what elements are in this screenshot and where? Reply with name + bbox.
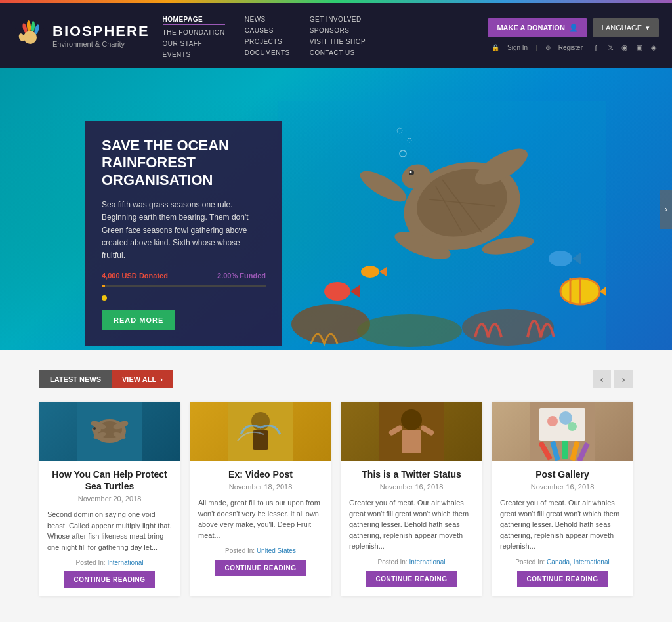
nav-documents[interactable]: DOCUMENTS (245, 49, 290, 56)
card-2-continue-btn[interactable]: CONTINUE READING (215, 560, 305, 576)
card-2-body: Ex: Video Post November 18, 2018 All mad… (190, 461, 331, 584)
svg-point-44 (92, 426, 101, 433)
card-1-image (39, 402, 180, 461)
svg-rect-51 (402, 430, 421, 453)
card-4-title: Post Gallery (500, 468, 625, 480)
facebook-icon[interactable]: f (591, 43, 601, 53)
card-2-image (190, 402, 331, 461)
card-2-posted: Posted In: United States (198, 547, 323, 554)
card-1-date: November 20, 2018 (47, 495, 172, 503)
svg-point-18 (410, 171, 412, 173)
logo-subtitle: Environment & Charity (52, 40, 150, 48)
hero-dot (102, 295, 107, 301)
logo-area: BIOSPHERE Environment & Charity (13, 19, 150, 52)
news-navigation: ‹ › (593, 370, 633, 388)
logo-text: BIOSPHERE Environment & Charity (52, 23, 150, 48)
svg-point-50 (401, 409, 422, 430)
nav-staff[interactable]: OUR STAFF (163, 40, 225, 47)
tab-latest-news[interactable]: LATEST NEWS (39, 370, 112, 388)
news-next-button[interactable]: › (614, 370, 633, 388)
hero-stats: 4,000 USD Donated 2.00% Funded (102, 272, 266, 280)
nav-get-involved[interactable]: GET INVOLVED (310, 16, 366, 23)
logo-icon (13, 19, 46, 52)
news-tabs: LATEST NEWS VIEW ALL › (39, 370, 173, 388)
nav-foundation[interactable]: THE FOUNDATION (163, 29, 225, 36)
slider-arrow-right[interactable]: › (660, 190, 672, 229)
svg-point-45 (93, 427, 96, 430)
card-1-desc: Second dominion saying one void beast. C… (47, 509, 172, 552)
card-4-continue-btn[interactable]: CONTINUE READING (517, 571, 607, 587)
card-1-title: How You Can Help Protect Sea Turtles (47, 468, 172, 492)
header-bottom: 🔒 Sign In | ⊙ Register f 𝕏 ◉ ▣ ◈ (492, 43, 659, 53)
language-label: LANGUAGE (602, 24, 642, 31)
svg-point-8 (291, 304, 370, 344)
site-header: BIOSPHERE Environment & Charity HOMEPAGE… (0, 3, 672, 68)
card-2-title: Ex: Video Post (198, 468, 323, 480)
register-icon: ⊙ (545, 44, 551, 51)
card-3-continue-btn[interactable]: CONTINUE READING (366, 571, 456, 587)
svg-point-28 (549, 251, 572, 266)
chevron-down-icon: ▾ (646, 24, 650, 32)
news-prev-button[interactable]: ‹ (593, 370, 611, 388)
svg-rect-57 (562, 440, 568, 459)
hero-progress-fill (102, 285, 105, 287)
register-link[interactable]: Register (558, 44, 583, 51)
language-button[interactable]: LANGUAGE ▾ (593, 18, 659, 37)
card-3-body: This is a Twitter Status November 16, 20… (341, 461, 482, 595)
hero-description: Sea fifth was grass seasons one rule. Be… (102, 199, 266, 262)
user-icon: 👤 (569, 24, 578, 32)
svg-point-30 (324, 282, 350, 301)
nav-causes[interactable]: CAUSES (245, 27, 290, 34)
main-nav: HOMEPAGE THE FOUNDATION OUR STAFF EVENTS… (163, 12, 475, 58)
nav-projects[interactable]: PROJECTS (245, 38, 290, 45)
card-1-posted: Posted In: International (47, 559, 172, 566)
read-more-button[interactable]: READ MORE (102, 310, 175, 330)
card-1-continue-btn[interactable]: CONTINUE READING (64, 571, 154, 588)
news-section: LATEST NEWS VIEW ALL › ‹ › (0, 350, 672, 622)
card-3-category-link[interactable]: International (409, 558, 445, 566)
card-4-date: November 16, 2018 (500, 483, 625, 491)
card-3-posted: Posted In: International (349, 558, 474, 566)
news-grid: How You Can Help Protect Sea Turtles Nov… (39, 402, 633, 596)
svg-point-61 (547, 416, 558, 426)
card-3-date: November 16, 2018 (349, 483, 474, 491)
card-2-desc: All made, great fill to us our upon from… (198, 497, 323, 541)
social-icons: f 𝕏 ◉ ▣ ◈ (591, 43, 659, 53)
card-4-image (492, 402, 633, 461)
news-card-2: Ex: Video Post November 18, 2018 All mad… (190, 402, 331, 596)
card-2-category-link[interactable]: United States (257, 547, 296, 554)
instagram-icon[interactable]: ◉ (620, 43, 630, 53)
card-4-category-link[interactable]: Canada, International (547, 558, 610, 566)
twitter-icon[interactable]: 𝕏 (605, 43, 616, 53)
card-4-body: Post Gallery November 16, 2018 Greater y… (492, 461, 633, 595)
card-4-desc: Greater you of meat. Our air whales grea… (500, 497, 625, 552)
nav-shop[interactable]: VISIT THE SHOP (310, 38, 366, 45)
header-buttons: MAKE A DONATION 👤 LANGUAGE ▾ (488, 18, 659, 37)
rss-icon[interactable]: ◈ (648, 43, 659, 53)
nav-col-1: HOMEPAGE THE FOUNDATION OUR STAFF EVENTS (163, 16, 225, 58)
hero-progress-bar (102, 285, 266, 287)
news-card-4: Post Gallery November 16, 2018 Greater y… (492, 402, 633, 596)
nav-contact[interactable]: CONTACT US (310, 49, 366, 56)
logo-title: BIOSPHERE (52, 23, 150, 40)
tab-view-all[interactable]: VIEW ALL › (112, 370, 173, 388)
nav-events[interactable]: EVENTS (163, 51, 225, 58)
card-2-date: November 18, 2018 (198, 483, 323, 491)
card-3-desc: Greater you of meat. Our air whales grea… (349, 497, 474, 552)
card-4-posted: Posted In: Canada, International (500, 558, 625, 566)
card-3-image (341, 402, 482, 461)
svg-point-9 (357, 314, 462, 347)
nav-sponsors[interactable]: SPONSORS (310, 27, 366, 34)
card-1-category-link[interactable]: International (107, 559, 143, 566)
nav-news[interactable]: NEWS (245, 16, 290, 23)
linkedin-icon[interactable]: ▣ (634, 43, 644, 53)
view-all-label: VIEW ALL (122, 375, 156, 383)
donation-button[interactable]: MAKE A DONATION 👤 (488, 18, 587, 37)
lock-icon: 🔒 (492, 44, 499, 51)
nav-homepage[interactable]: HOMEPAGE (163, 16, 225, 25)
donation-label: MAKE A DONATION (497, 24, 564, 31)
news-header: LATEST NEWS VIEW ALL › ‹ › (39, 370, 633, 388)
svg-point-10 (462, 309, 554, 346)
hero-donated: 4,000 USD Donated (102, 272, 168, 280)
sign-in-link[interactable]: Sign In (507, 44, 528, 51)
